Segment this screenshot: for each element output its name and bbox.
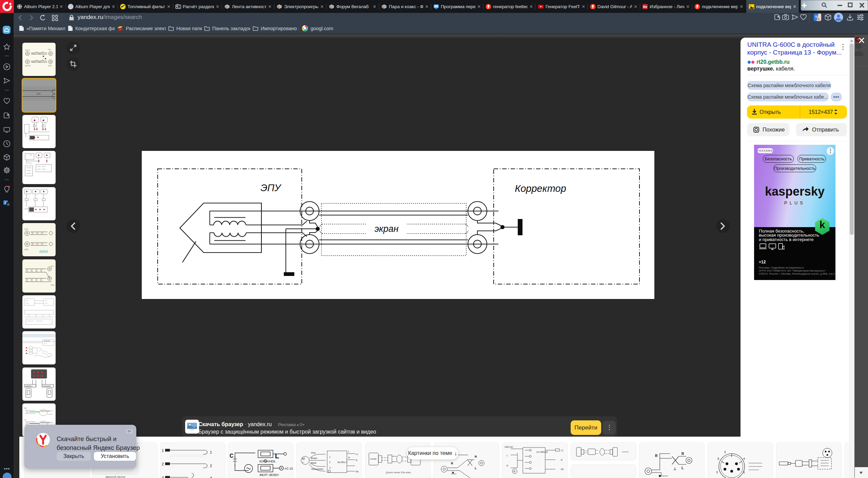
svg-text:1: 1 — [162, 449, 164, 453]
svg-text:R: R — [475, 455, 477, 458]
svg-text:2: 2 — [210, 464, 212, 468]
svg-text:L: L — [275, 452, 279, 460]
svg-text:OUT R: OUT R — [25, 65, 31, 67]
svg-text:N: N — [561, 459, 563, 461]
svg-text:OUT L: OUT L — [25, 49, 30, 51]
svg-text:M: M — [513, 470, 515, 473]
svg-text:N: N — [348, 456, 350, 459]
svg-text:OUT: OUT — [24, 228, 28, 230]
svg-text:ЖЕЛТ.-ЗЕЛЕН: ЖЕЛТ.-ЗЕЛЕН — [259, 473, 279, 477]
svg-text:R: R — [451, 462, 453, 465]
svg-text:M: M — [302, 457, 305, 460]
svg-text:КОРИЧНЕВ.: КОРИЧНЕВ. — [259, 460, 276, 463]
svg-text:R: R — [655, 454, 658, 458]
svg-text:1: 1 — [210, 450, 212, 454]
svg-text:RS485: RS485 — [370, 458, 377, 460]
svg-text:Симметрично: Симметрично — [40, 422, 50, 423]
svg-text:3A-3RU 3: 3A-3RU 3 — [337, 461, 347, 463]
svg-text:Grey: Grey — [311, 452, 316, 454]
svg-text:4: 4 — [210, 476, 212, 478]
svg-text:Ви: Ви — [643, 5, 647, 8]
svg-text:AKERS A: AKERS A — [25, 385, 33, 387]
svg-text:IN R: IN R — [51, 284, 54, 286]
svg-text:L: L — [682, 466, 684, 470]
svg-text:Lх: Lх — [24, 419, 26, 421]
svg-text:Длина линии 30м макс.: Длина линии 30м макс. — [386, 471, 412, 474]
svg-text:1: 1 — [329, 456, 331, 458]
svg-text:2: 2 — [724, 450, 726, 454]
svg-text:Yellow/green: Yellow/green — [311, 468, 323, 471]
svg-text:AC 220В: AC 220В — [284, 467, 293, 470]
svg-text:2: 2 — [329, 461, 331, 463]
svg-text:L1: L1 — [356, 453, 358, 455]
svg-text:IN L: IN L — [51, 265, 54, 267]
svg-text:PE: PE — [356, 471, 359, 473]
svg-text:Корректор: Корректор — [515, 183, 566, 194]
svg-text:2: 2 — [162, 462, 164, 466]
svg-text:tehn: tehn — [39, 249, 48, 254]
svg-text:ЭПУ: ЭПУ — [260, 182, 281, 193]
svg-text:B КАНАЛ: B КАНАЛ — [43, 385, 51, 387]
svg-text:GND: GND — [24, 248, 28, 251]
svg-text:экран: экран — [375, 224, 399, 234]
svg-text:5: 5 — [717, 457, 719, 460]
svg-text:Rх: Rх — [24, 407, 27, 409]
svg-text:N: N — [507, 464, 508, 467]
svg-text:4: 4 — [743, 457, 745, 460]
svg-text:L: L — [348, 450, 350, 453]
svg-text:я: я — [7, 203, 9, 206]
svg-text:Brown: Brown — [311, 457, 317, 459]
svg-text:IN R: IN R — [48, 65, 52, 67]
svg-text:4: 4 — [162, 476, 164, 478]
svg-text:L: L — [475, 466, 477, 470]
svg-text:Дверной звонок: Дверной звонок — [105, 475, 125, 478]
svg-text:экран: экран — [37, 93, 41, 95]
svg-text:L: L — [507, 454, 508, 457]
svg-text:PE: PE — [561, 468, 564, 471]
svg-text:IN L: IN L — [48, 48, 51, 51]
svg-text:N: N — [356, 459, 357, 461]
svg-text:3: 3 — [329, 466, 331, 469]
svg-text:3: 3 — [716, 471, 718, 474]
svg-text:Симметрично: Симметрично — [40, 410, 50, 412]
svg-text:1~: 1~ — [302, 461, 304, 463]
svg-text:230V AC: 230V AC — [505, 446, 513, 448]
svg-text:1: 1 — [743, 471, 745, 474]
svg-text:rH-TSR1S2: rH-TSR1S2 — [536, 451, 548, 453]
svg-text:R: R — [682, 452, 684, 456]
svg-text:⊥: ⊥ — [673, 467, 676, 471]
svg-text:あ: あ — [817, 17, 821, 21]
svg-text:Black: Black — [311, 462, 317, 464]
svg-text:L1: L1 — [561, 449, 564, 452]
svg-text:C: C — [230, 453, 234, 459]
